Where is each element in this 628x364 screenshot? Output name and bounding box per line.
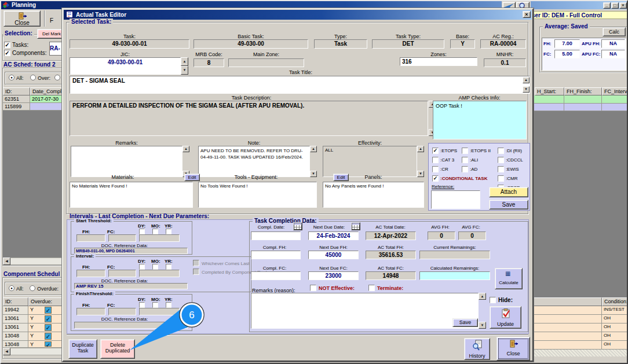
dialog-close-icon[interactable]: ×: [523, 11, 531, 18]
ac-row-cell[interactable]: [602, 95, 628, 104]
minimize-button[interactable]: _: [603, 2, 611, 9]
scroll-up-icon[interactable]: ▲: [523, 77, 530, 83]
ft-fh-field[interactable]: [76, 308, 105, 315]
avg-fc-field[interactable]: 5.00: [554, 50, 580, 58]
ac-col-id[interactable]: ID:: [3, 87, 30, 95]
ewis-checkbox[interactable]: [498, 166, 504, 172]
st-yr-checkbox[interactable]: [166, 229, 171, 234]
calc-button[interactable]: Calc: [603, 27, 626, 36]
next-due-fc-field[interactable]: 23000: [308, 271, 359, 280]
overdue-checkbox[interactable]: ✓: [45, 341, 52, 347]
comp-row-condition[interactable]: OH: [602, 315, 628, 323]
components-checkbox[interactable]: ✓: [4, 50, 10, 56]
iv-dy-checkbox[interactable]: [139, 264, 145, 270]
di-rii-checkbox[interactable]: [498, 148, 504, 154]
comp-hscrollbar[interactable]: [3, 348, 67, 355]
task-desc-box[interactable]: PERFORM A DETAILED INSPECTION OF THE SIG…: [70, 101, 428, 136]
overdue-checkbox[interactable]: ✓: [45, 333, 52, 340]
comp-row-id[interactable]: 13061: [3, 323, 28, 332]
close-window-button[interactable]: ×: [619, 2, 627, 9]
ft-doc-field[interactable]: [74, 322, 188, 329]
st-dmy-field[interactable]: [139, 234, 180, 242]
ft-dmy-field[interactable]: [139, 308, 180, 315]
ac-row-cell[interactable]: [534, 104, 564, 111]
flags-save-button[interactable]: Save: [489, 200, 528, 209]
comp-row-id[interactable]: 13061: [3, 315, 28, 323]
effectivity-box[interactable]: ALL: [323, 146, 417, 177]
conditional-task-checkbox[interactable]: ✓: [432, 175, 439, 182]
comp-col-condition[interactable]: Condition:: [602, 297, 628, 306]
ac-row-cell[interactable]: [564, 95, 602, 104]
ft-dy-checkbox[interactable]: [139, 302, 145, 308]
ft-yr-checkbox[interactable]: [166, 302, 171, 308]
avg-apu-fc-field[interactable]: NA: [601, 50, 625, 58]
materials-edit-button[interactable]: Edit: [184, 174, 200, 181]
hide-checkbox[interactable]: [490, 297, 496, 303]
maximize-button[interactable]: □: [611, 2, 619, 9]
comp-row-condition[interactable]: INS/TEST: [602, 306, 628, 315]
delete-duplicated-button[interactable]: Delete Duplicated: [100, 339, 135, 359]
tools-box[interactable]: No Tools Were Found !: [198, 182, 317, 208]
st-fc-field[interactable]: [108, 234, 136, 242]
comp-row-id[interactable]: 13048: [3, 341, 28, 348]
ac-col-date[interactable]: Date_Compl: [30, 87, 67, 95]
compl-fc-field[interactable]: [251, 271, 301, 280]
update-button[interactable]: Update: [490, 306, 521, 329]
ac-col-fc-interval[interactable]: FC_Interval: [602, 87, 628, 95]
iv-fh-field[interactable]: [76, 270, 105, 277]
task-title-box[interactable]: DET - SIGMA SEAL ▲ ▼: [70, 76, 530, 94]
note-box[interactable]: APU NEED TO BE REMOVED. REFER TO DRU-04-…: [198, 146, 310, 177]
comp-row-condition[interactable]: OH: [602, 341, 628, 350]
overdue-checkbox[interactable]: ✓: [45, 324, 52, 331]
remarks-save-button[interactable]: Save: [452, 318, 478, 327]
scroll-left-icon[interactable]: ◀: [3, 258, 10, 265]
jic-field[interactable]: 49-030-00-01: [70, 57, 181, 75]
compl-fh-field[interactable]: [251, 251, 301, 259]
ac-sched-radio-over[interactable]: [30, 75, 36, 80]
ac-hscrollbar[interactable]: [3, 258, 67, 265]
calculated-remainings-field[interactable]: [419, 271, 490, 280]
ac-reg-field[interactable]: RA-0: [49, 42, 62, 56]
remarks-box[interactable]: [71, 146, 182, 177]
next-due-date-field[interactable]: 24-Feb-2024: [308, 231, 359, 240]
ac-col-fh-finish[interactable]: FH_Finish:: [564, 87, 602, 95]
terminate-checkbox[interactable]: [368, 285, 375, 291]
toolbar-close-button[interactable]: Close: [3, 10, 41, 27]
ft-mo-checkbox[interactable]: [152, 302, 158, 308]
comp-row-id[interactable]: 19942: [3, 306, 28, 315]
whichever-comes-last-checkbox[interactable]: [193, 260, 199, 266]
zones-field[interactable]: 316: [400, 57, 477, 66]
iv-doc-field[interactable]: AMP REV 15: [74, 283, 188, 289]
iv-yr-checkbox[interactable]: [166, 264, 171, 270]
component-radio-all[interactable]: ●: [9, 285, 14, 291]
cr-checkbox[interactable]: [432, 166, 439, 172]
iv-fc-field[interactable]: [108, 270, 136, 277]
st-dy-checkbox[interactable]: [139, 229, 145, 234]
compl-date-calendar-icon[interactable]: [293, 222, 302, 230]
comp-row-filler[interactable]: [534, 332, 602, 341]
st-mo-checkbox[interactable]: [152, 229, 158, 234]
ac-row-cell[interactable]: [564, 104, 602, 111]
st-fh-field[interactable]: [76, 234, 105, 242]
ac-col-fh-start[interactable]: H_Start:: [535, 87, 564, 95]
comp-col-overdue[interactable]: Overdue:: [28, 297, 67, 306]
panels-box[interactable]: No Any Panels were Found !: [323, 182, 424, 208]
cdccl-checkbox[interactable]: [498, 157, 504, 163]
next-due-date-calendar-icon[interactable]: [351, 222, 360, 230]
comp-row-filler[interactable]: [534, 323, 602, 332]
materials-box[interactable]: No Materials Were Found !: [70, 182, 193, 208]
scroll-down-icon[interactable]: ▼: [479, 322, 486, 329]
spinner-up-icon[interactable]: ▲: [181, 57, 188, 66]
compl-date-field[interactable]: [251, 231, 301, 240]
comp-row-filler[interactable]: [534, 306, 602, 315]
spinner-down-icon[interactable]: ▼: [181, 66, 188, 75]
amp-checks-box[interactable]: OOP Task !: [433, 101, 527, 139]
iv-dmy-field[interactable]: [139, 270, 180, 277]
ac-row-cell[interactable]: [534, 95, 564, 104]
avg-apu-fh-field[interactable]: NA: [601, 39, 625, 48]
attach-button[interactable]: Attach: [489, 187, 528, 197]
ac-sched-radio-sc[interactable]: [54, 75, 60, 80]
comp-row-filler[interactable]: [534, 315, 602, 323]
completed-by-component-checkbox[interactable]: [193, 269, 199, 275]
ac-row-id[interactable]: 115899: [3, 103, 30, 111]
